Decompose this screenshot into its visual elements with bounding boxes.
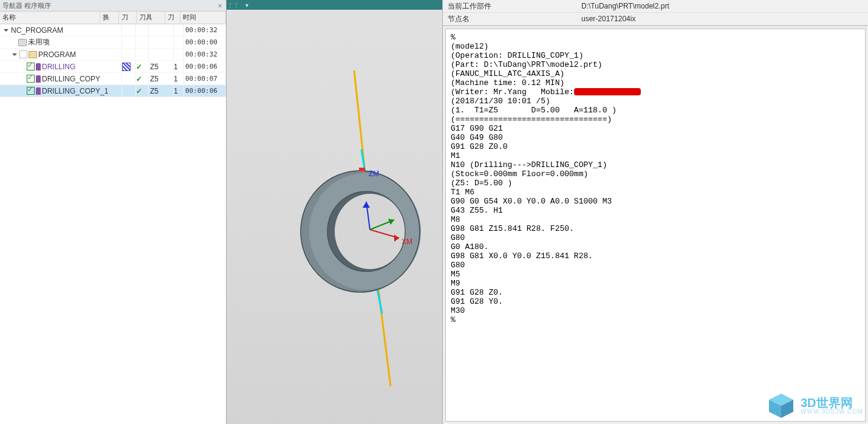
operation-icon [36,63,41,70]
operation-navigator: 导航器 程序顺序 ✕ 名称 换 刀 刀具 刀 时间 NC_PROGRAM00:0… [0,0,227,424]
cell-tool: Z5 [149,73,174,84]
svg-rect-17 [359,168,365,171]
cell-change [122,36,136,48]
nc-code-view[interactable]: % (model2) (Operation: DRILLING_COPY_1) … [445,29,866,422]
row-label: NC_PROGRAM [11,26,63,35]
info-row: 节点名user-20171204ix [443,13,868,26]
close-icon[interactable]: ✕ [216,2,224,10]
cell-tool-num [174,49,184,60]
cell-tool [149,49,174,60]
tree-row[interactable]: PROGRAM00:00:32 [0,49,226,61]
cell-change [122,61,136,72]
cell-time: 00:00:07 [184,73,226,84]
model-svg: XM ZM [227,10,442,423]
check-icon[interactable] [27,87,35,95]
folder-icon [29,51,37,58]
tick-icon: ✓ [136,75,142,83]
cell-change [122,49,136,60]
watermark-title: 3D世界网 [801,397,863,408]
toolbar-menu-icon[interactable]: ▾ [240,0,253,10]
cell-tool-check: ✓ [136,85,149,97]
cell-tool-num [174,24,184,36]
svg-point-8 [335,194,405,269]
cell-tool-check [136,24,149,36]
check-icon[interactable] [27,63,35,70]
cell-tool-num: 1 [174,85,184,97]
folder-icon [18,39,27,46]
tree-row[interactable]: DRILLING_COPY_1✓Z5100:00:06 [0,85,226,97]
row-label: DRILLING_COPY_1 [42,87,108,95]
3d-viewport[interactable]: XM ZM [227,10,442,424]
cube-icon [767,391,796,420]
info-value: user-20171204ix [581,15,868,23]
expand-icon[interactable] [12,53,17,56]
axis-x-label: XM [402,238,412,246]
col-tool1[interactable]: 刀 [119,12,137,24]
toolbar-grip-icon[interactable]: ⋮⋮ [227,0,240,10]
col-name[interactable]: 名称 [0,12,100,24]
tick-icon: ✓ [136,87,142,95]
tree-body[interactable]: NC_PROGRAM00:00:32 未用项00:00:00 PROGRAM00… [0,24,226,424]
hatch-icon [122,63,131,71]
watermark-sub: WWW.3DSJW.COM [801,408,863,415]
graphics-view[interactable]: ⋮⋮ ▾ [227,0,443,424]
operation-icon [36,87,41,95]
tree-header: 名称 换 刀 刀具 刀 时间 [0,12,226,24]
tick-icon: ✓ [136,63,142,71]
cell-time: 00:00:32 [184,49,226,60]
cell-change [122,85,136,97]
info-grid: 当前工作部件D:\TuDang\PRT\model2.prt节点名user-20… [443,0,868,26]
cell-change [122,24,136,36]
nc-code-text: % (model2) (Operation: DRILLING_COPY_1) … [451,33,860,324]
cell-tool [149,24,174,36]
expand-icon[interactable] [4,29,9,32]
tree-row[interactable]: NC_PROGRAM00:00:32 [0,24,226,36]
tree-row[interactable]: DRILLING_COPY✓Z5100:00:07 [0,73,226,85]
panel-title-bar: 导航器 程序顺序 ✕ [0,0,226,12]
panel-title: 导航器 程序顺序 [2,1,51,10]
cell-tool-num: 1 [174,61,184,72]
operation-icon [36,75,41,83]
tree-row[interactable]: DRILLING✓Z5100:00:06 [0,61,226,73]
check-icon[interactable] [19,50,27,58]
info-label: 节点名 [443,14,581,24]
axis-z-label: ZM [369,169,379,178]
cell-time: 00:00:06 [184,85,226,97]
col-tooln[interactable]: 刀 [165,12,180,24]
cell-tool-check [136,49,149,60]
row-label: DRILLING [42,63,75,71]
cell-tool-check: ✓ [136,61,149,72]
cell-tool: Z5 [149,61,174,72]
info-value: D:\TuDang\PRT\model2.prt [581,2,868,10]
cell-tool-num: 1 [174,73,184,84]
cell-time: 00:00:06 [184,61,226,72]
info-row: 当前工作部件D:\TuDang\PRT\model2.prt [443,0,868,13]
cell-change [122,73,136,84]
view-toolbar: ⋮⋮ ▾ [227,0,442,10]
cell-tool-check [136,36,149,48]
cell-tool: Z5 [149,85,174,97]
row-label: PROGRAM [38,50,76,59]
redacted-mobile [574,88,641,95]
info-panel: 当前工作部件D:\TuDang\PRT\model2.prt节点名user-20… [443,0,868,424]
check-icon[interactable] [27,75,35,83]
col-change[interactable]: 换 [100,12,119,24]
col-tool[interactable]: 刀具 [137,12,165,24]
watermark: 3D世界网 WWW.3DSJW.COM [767,391,863,420]
cell-tool [149,36,174,48]
cell-tool-num [174,36,184,48]
tree-row[interactable]: 未用项00:00:00 [0,36,226,49]
info-label: 当前工作部件 [443,1,581,12]
row-label: 未用项 [28,37,50,47]
col-time[interactable]: 时间 [180,12,226,24]
cell-time: 00:00:32 [184,24,226,36]
row-label: DRILLING_COPY [42,75,100,83]
cell-time: 00:00:00 [184,36,226,48]
cell-tool-check: ✓ [136,73,149,84]
